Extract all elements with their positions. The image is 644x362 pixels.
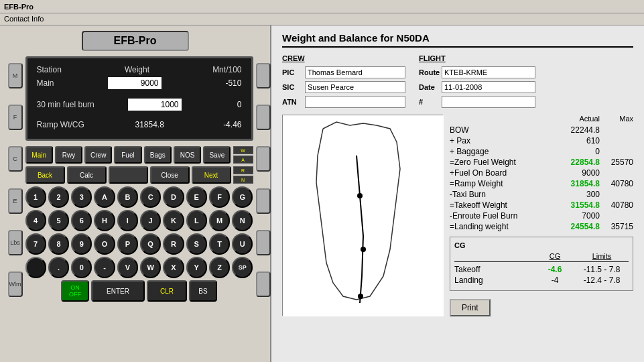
key-3[interactable]: 3	[71, 186, 92, 208]
key-p[interactable]: P	[117, 233, 138, 255]
cg-takeoff-val: -4.6	[535, 265, 575, 274]
cg-row-landing: Landing -4 -12.4 - 7.8	[454, 276, 629, 285]
key-sp[interactable]: SP	[232, 257, 253, 278]
key-8[interactable]: 8	[48, 233, 69, 255]
func-btn-fuel[interactable]: Fuel	[114, 146, 141, 164]
wb-title: Weight and Balance for N50DA	[282, 32, 633, 48]
right-btn-2[interactable]	[256, 105, 271, 130]
func-btn-bags[interactable]: Bags	[144, 146, 172, 164]
fob-actual: 9000	[553, 168, 600, 178]
key-4[interactable]: 4	[25, 210, 46, 231]
nav-btn-next[interactable]: Next	[192, 166, 231, 184]
right-btn-6[interactable]	[256, 272, 271, 297]
key-f[interactable]: F	[209, 186, 230, 208]
key-n[interactable]: N	[232, 210, 253, 231]
key-y[interactable]: Y	[186, 257, 207, 278]
side-btn-f[interactable]: F	[8, 105, 23, 130]
func-btn-rwy[interactable]: Rwy	[55, 146, 82, 164]
key-s[interactable]: S	[186, 233, 207, 255]
key-1[interactable]: 1	[25, 186, 46, 208]
print-button[interactable]: Print	[450, 299, 491, 316]
side-btn-e[interactable]: E	[8, 188, 23, 214]
warn-btn-n[interactable]: N	[233, 176, 253, 184]
pic-input[interactable]	[305, 66, 405, 78]
key-2[interactable]: 2	[48, 186, 69, 208]
warn-btn-w[interactable]: W	[233, 146, 253, 154]
func-btn-save[interactable]: Save	[203, 146, 231, 164]
route-input[interactable]	[442, 66, 535, 78]
data-row-pax: + Pax 610	[450, 136, 633, 145]
key-dot[interactable]: .	[48, 257, 69, 278]
nav-btn-calc[interactable]: Calc	[67, 166, 107, 184]
right-panel: Weight and Balance for N50DA CREW PIC SI…	[271, 25, 644, 362]
func-btn-crew[interactable]: Crew	[84, 146, 112, 164]
svg-point-2	[361, 247, 366, 252]
sic-input[interactable]	[305, 81, 405, 93]
key-7[interactable]: 7	[25, 233, 46, 255]
key-a[interactable]: A	[94, 186, 115, 208]
key-v[interactable]: V	[117, 257, 138, 278]
right-btn-5[interactable]	[256, 230, 271, 255]
key-q[interactable]: Q	[140, 233, 161, 255]
key-6[interactable]: 6	[71, 210, 92, 231]
key-x[interactable]: X	[163, 257, 184, 278]
cg-col-limits: Limits	[575, 252, 629, 260]
cg-landing-val: -4	[535, 276, 575, 285]
key-b[interactable]: B	[117, 186, 138, 208]
key-onoff[interactable]: ONOFF	[61, 280, 89, 302]
atn-label: ATN	[282, 98, 302, 106]
key-0[interactable]: 0	[71, 257, 92, 278]
ramp-wt-max: 40780	[600, 179, 633, 188]
crew-section: CREW PIC SIC ATN	[282, 54, 405, 108]
key-clr[interactable]: CLR	[147, 280, 187, 302]
key-e[interactable]: E	[186, 186, 207, 208]
key-w[interactable]: W	[140, 257, 161, 278]
key-m[interactable]: M	[209, 210, 230, 231]
efb-burn-actual: 7000	[553, 211, 600, 221]
side-btn-c[interactable]: C	[8, 146, 23, 172]
key-z[interactable]: Z	[209, 257, 230, 278]
key-5[interactable]: 5	[48, 210, 69, 231]
nav-btn-close[interactable]: Close	[150, 166, 190, 184]
num-input[interactable]	[442, 96, 535, 108]
main-weight-input[interactable]	[108, 77, 162, 89]
key-u[interactable]: U	[232, 233, 253, 255]
key-r[interactable]: R	[163, 233, 184, 255]
zfw-max: 25570	[600, 158, 633, 167]
key-9[interactable]: 9	[71, 233, 92, 255]
menu-contact-info[interactable]: Contact Info	[4, 15, 44, 23]
warn-btn-r[interactable]: R	[233, 166, 253, 174]
key-c[interactable]: C	[140, 186, 161, 208]
right-btn-4[interactable]	[256, 188, 271, 214]
key-j[interactable]: J	[140, 210, 161, 231]
fuel-weight-input[interactable]	[128, 99, 182, 111]
key-bs[interactable]: BS	[189, 280, 217, 302]
key-l[interactable]: L	[186, 210, 207, 231]
ramp-label: Ramp Wt/CG	[37, 120, 84, 129]
func-btn-main[interactable]: Main	[25, 146, 53, 164]
nav-btn-back[interactable]: Back	[25, 166, 65, 184]
side-btn-m[interactable]: M	[8, 63, 23, 88]
warn-btn-a[interactable]: A	[233, 156, 253, 164]
key-h[interactable]: H	[94, 210, 115, 231]
key-o[interactable]: O	[94, 233, 115, 255]
key-d[interactable]: D	[163, 186, 184, 208]
right-btn-1[interactable]	[256, 63, 271, 88]
menu-bar[interactable]: Contact Info	[0, 13, 644, 25]
side-btn-wlm[interactable]: Wlm	[8, 272, 23, 297]
atn-input[interactable]	[305, 96, 405, 108]
col-headers: Actual Max	[450, 115, 633, 123]
taxi-label: -Taxi Burn	[450, 190, 553, 199]
data-row-ramp: =Ramp Weight 31854.8 40780	[450, 179, 633, 188]
func-btn-nos[interactable]: NOS	[174, 146, 201, 164]
side-btn-lbs[interactable]: Lbs	[8, 230, 23, 255]
right-btn-3[interactable]	[256, 146, 271, 172]
data-panel: Actual Max BOW 22244.8 + Pax 610 + Bagga…	[450, 115, 633, 316]
key-k[interactable]: K	[163, 210, 184, 231]
key-i[interactable]: I	[117, 210, 138, 231]
date-input[interactable]	[442, 81, 535, 93]
key-g[interactable]: G	[232, 186, 253, 208]
key-minus[interactable]: -	[94, 257, 115, 278]
key-t[interactable]: T	[209, 233, 230, 255]
key-enter[interactable]: ENTER	[91, 280, 145, 302]
